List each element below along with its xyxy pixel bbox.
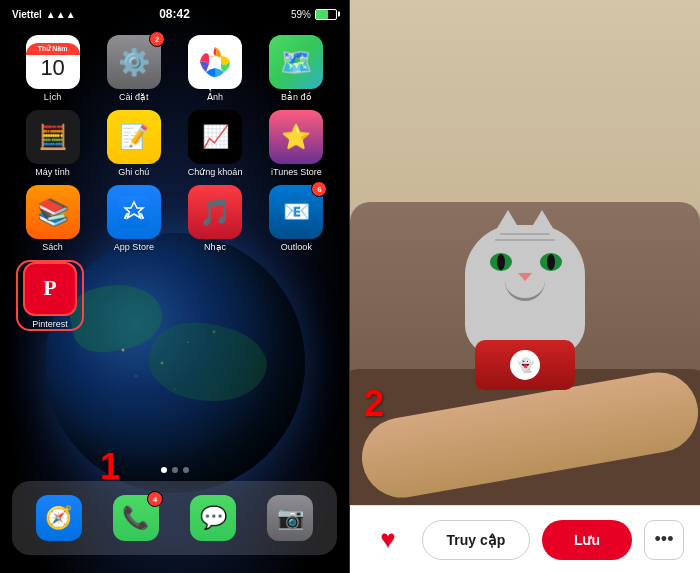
settings-badge: 2 <box>149 31 165 47</box>
app-item-pinterest[interactable]: P Pinterest <box>16 260 84 331</box>
dock: 🧭 📞 4 💬 📷 <box>12 481 337 555</box>
settings-icon: ⚙️ 2 <box>107 35 161 89</box>
app-item-settings[interactable]: ⚙️ 2 Cài đặt <box>100 35 168 102</box>
cat-ear-left <box>490 210 526 240</box>
luu-label: Lưu <box>574 532 600 548</box>
app-item-calendar[interactable]: Thứ Năm 10 Lịch <box>19 35 87 102</box>
maps-icon: 🗺️ <box>269 35 323 89</box>
app-item-appstore[interactable]: App Store <box>100 185 168 252</box>
step-1-number: 1 <box>100 446 120 488</box>
calculator-icon: 🧮 <box>26 110 80 164</box>
step-2-number: 2 <box>364 383 384 425</box>
phone-badge: 4 <box>147 491 163 507</box>
calendar-date: 10 <box>40 55 64 81</box>
app-row-1: Thứ Năm 10 Lịch ⚙️ 2 Cài đặt <box>12 35 337 102</box>
app-item-stocks[interactable]: 📈 Chứng khoán <box>181 110 249 177</box>
status-left: Viettel ▲▲▲ <box>12 9 76 20</box>
cat-image-area: 👻 2 <box>350 0 700 505</box>
battery-icon <box>315 9 337 20</box>
outlook-label: Outlook <box>281 242 312 252</box>
outlook-icon: 6 📧 <box>269 185 323 239</box>
camera-icon: 📷 <box>267 495 313 541</box>
music-icon: 🎵 <box>188 185 242 239</box>
dock-messages[interactable]: 💬 <box>179 495 247 541</box>
cat-head <box>470 225 580 320</box>
svg-text:P: P <box>43 275 56 300</box>
wifi-icon: ▲▲▲ <box>46 9 76 20</box>
safari-icon: 🧭 <box>36 495 82 541</box>
heart-button[interactable]: ♥ <box>366 518 410 562</box>
status-right: 59% <box>291 9 337 20</box>
more-icon: ••• <box>655 529 674 550</box>
app-item-calculator[interactable]: 🧮 Máy tính <box>19 110 87 177</box>
calendar-icon: Thứ Năm 10 <box>26 35 80 89</box>
dock-camera[interactable]: 📷 <box>256 495 324 541</box>
dots-indicator <box>161 467 189 473</box>
truy-cap-button[interactable]: Truy cập <box>422 520 530 560</box>
more-button[interactable]: ••• <box>644 520 684 560</box>
svg-point-1 <box>209 56 221 68</box>
cat-eye-left <box>490 253 512 271</box>
itunes-label: iTunes Store <box>271 167 322 177</box>
stocks-label: Chứng khoán <box>188 167 243 177</box>
notes-icon: 📝 <box>107 110 161 164</box>
maps-label: Bản đồ <box>281 92 312 102</box>
app-item-music[interactable]: 🎵 Nhạc <box>181 185 249 252</box>
app-row-3: 📚 Sách <box>12 185 337 252</box>
battery-percent: 59% <box>291 9 311 20</box>
dot-3 <box>183 467 189 473</box>
cat-eye-right <box>540 253 562 271</box>
cat-body <box>445 225 605 425</box>
app-row-2: 🧮 Máy tính 📝 Ghi chú 📈 Chứng khoán ⭐ <box>12 110 337 177</box>
app-grid: Thứ Năm 10 Lịch ⚙️ 2 Cài đặt <box>0 35 349 339</box>
app-row-4: P Pinterest <box>12 260 337 331</box>
costume-emblem: 👻 <box>510 350 540 380</box>
dock-safari[interactable]: 🧭 <box>25 495 93 541</box>
truy-cap-label: Truy cập <box>447 532 506 548</box>
carrier-label: Viettel <box>12 9 42 20</box>
left-panel: Viettel ▲▲▲ 08:42 59% Thứ Năm 10 Lịch <box>0 0 350 573</box>
status-time: 08:42 <box>159 7 190 21</box>
cat-costume: 👻 <box>475 340 575 390</box>
stocks-icon: 📈 <box>188 110 242 164</box>
status-bar: Viettel ▲▲▲ 08:42 59% <box>0 0 349 28</box>
app-item-books[interactable]: 📚 Sách <box>19 185 87 252</box>
outlook-badge: 6 <box>311 181 327 197</box>
app-item-outlook[interactable]: 6 📧 Outlook <box>262 185 330 252</box>
right-panel: 👻 2 ♥ Truy cập Lưu ••• <box>350 0 700 573</box>
books-label: Sách <box>42 242 63 252</box>
notes-label: Ghi chú <box>118 167 149 177</box>
pinterest-icon: P <box>23 262 77 316</box>
app-item-maps[interactable]: 🗺️ Bản đồ <box>262 35 330 102</box>
battery-fill <box>316 10 328 19</box>
calendar-day: Thứ Năm <box>26 43 80 55</box>
dock-phone[interactable]: 📞 4 <box>102 495 170 541</box>
photos-label: Ảnh <box>207 92 223 102</box>
appstore-label: App Store <box>114 242 154 252</box>
messages-icon: 💬 <box>190 495 236 541</box>
itunes-icon: ⭐ <box>269 110 323 164</box>
cat-ear-right <box>524 210 560 240</box>
cat-head-stripe-2 <box>495 239 555 241</box>
appstore-icon <box>107 185 161 239</box>
action-bar: ♥ Truy cập Lưu ••• <box>350 505 700 573</box>
cat-mouth <box>505 281 545 301</box>
photos-icon <box>188 35 242 89</box>
heart-icon: ♥ <box>380 524 395 555</box>
luu-button[interactable]: Lưu <box>542 520 632 560</box>
calculator-label: Máy tính <box>35 167 70 177</box>
cat-head-stripe-1 <box>500 233 550 235</box>
app-item-photos[interactable]: Ảnh <box>181 35 249 102</box>
dot-1 <box>161 467 167 473</box>
dot-2 <box>172 467 178 473</box>
cat-nose <box>518 273 532 281</box>
books-icon: 📚 <box>26 185 80 239</box>
phone-icon: 📞 4 <box>113 495 159 541</box>
app-item-notes[interactable]: 📝 Ghi chú <box>100 110 168 177</box>
calendar-label: Lịch <box>44 92 62 102</box>
music-label: Nhạc <box>204 242 226 252</box>
pinterest-label: Pinterest <box>32 319 68 329</box>
settings-label: Cài đặt <box>119 92 149 102</box>
app-item-itunes[interactable]: ⭐ iTunes Store <box>262 110 330 177</box>
